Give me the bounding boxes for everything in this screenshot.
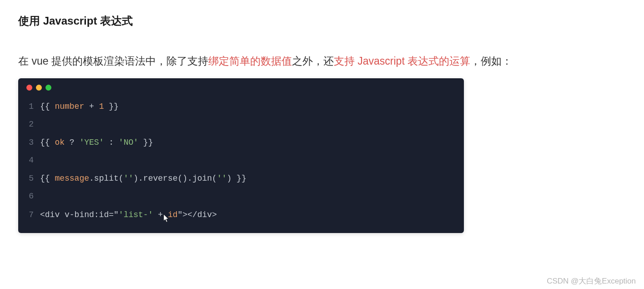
code-content: {{ ok ? 'YES' : 'NO' }} xyxy=(40,134,153,152)
line-number: 7 xyxy=(18,206,40,224)
line-number: 6 xyxy=(18,188,40,206)
line-number: 4 xyxy=(18,152,40,170)
code-line: 3{{ ok ? 'YES' : 'NO' }} xyxy=(18,134,464,152)
paragraph-part-1: 在 vue 提供的模板渲染语法中，除了支持 xyxy=(18,55,208,67)
paragraph-highlight-1: 绑定简单的数据值 xyxy=(208,55,292,67)
line-number: 1 xyxy=(18,98,40,116)
code-line: 6 xyxy=(18,188,464,206)
section-heading: 使用 Javascript 表达式 xyxy=(18,14,626,28)
line-number: 3 xyxy=(18,134,40,152)
close-icon xyxy=(26,85,32,91)
code-line: 5{{ message.split('').reverse().join('')… xyxy=(18,170,464,188)
code-content: {{ message.split('').reverse().join('') … xyxy=(40,170,247,188)
paragraph-highlight-2: 支持 Javascript 表达式的运算 xyxy=(334,55,470,67)
line-number: 2 xyxy=(18,116,40,134)
code-content: {{ number + 1 }} xyxy=(40,98,119,116)
intro-paragraph: 在 vue 提供的模板渲染语法中，除了支持绑定简单的数据值之外，还支持 Java… xyxy=(18,53,626,69)
paragraph-part-3: ，例如： xyxy=(470,55,512,67)
maximize-icon xyxy=(45,85,51,91)
window-controls xyxy=(18,78,464,93)
code-line: 2 xyxy=(18,116,464,134)
code-line: 1{{ number + 1 }} xyxy=(18,98,464,116)
paragraph-part-2: 之外，还 xyxy=(292,55,334,67)
code-listing: 1{{ number + 1 }}23{{ ok ? 'YES' : 'NO' … xyxy=(18,93,464,233)
code-line: 4 xyxy=(18,152,464,170)
code-content: <div v-bind:id="'list-' + id"></div> xyxy=(40,206,224,224)
mouse-cursor-icon xyxy=(163,212,170,230)
line-number: 5 xyxy=(18,170,40,188)
code-block: 1{{ number + 1 }}23{{ ok ? 'YES' : 'NO' … xyxy=(18,78,464,233)
watermark: CSDN @大白兔Exception xyxy=(547,276,636,286)
code-line: 7<div v-bind:id="'list-' + id"></div> xyxy=(18,206,464,224)
minimize-icon xyxy=(36,85,42,91)
